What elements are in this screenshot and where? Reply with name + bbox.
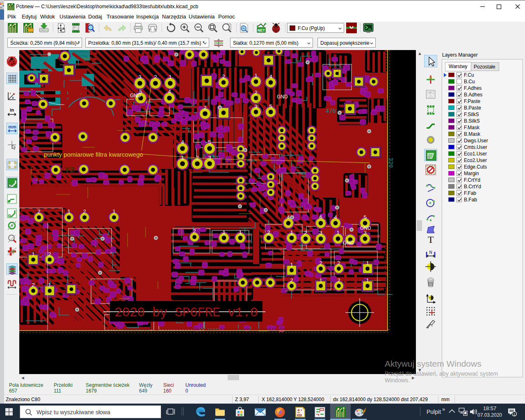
svg-text:1: 1 [336, 230, 339, 236]
svg-text:2: 2 [290, 277, 293, 283]
svg-text:2: 2 [319, 260, 322, 266]
svg-text:1: 1 [67, 208, 70, 215]
svg-text:1: 1 [222, 229, 225, 235]
svg-text:2: 2 [37, 208, 40, 215]
svg-text:in: in [10, 107, 14, 112]
svg-text:4: 4 [269, 73, 272, 80]
svg-text:2: 2 [203, 105, 206, 111]
svg-text:2: 2 [222, 73, 225, 80]
svg-text:6: 6 [319, 214, 322, 220]
svg-text:θ: θ [12, 96, 14, 100]
svg-text:GND: GND [343, 240, 354, 246]
svg-text:1: 1 [48, 282, 51, 288]
svg-text:2: 2 [304, 230, 307, 236]
svg-text:1: 1 [513, 412, 515, 416]
svg-text:3: 3 [254, 103, 257, 110]
svg-text:1: 1 [319, 277, 322, 283]
svg-text:4: 4 [287, 214, 290, 220]
svg-text:2: 2 [267, 229, 270, 235]
svg-text:N: N [429, 250, 432, 255]
svg-text:5: 5 [208, 139, 211, 145]
svg-text:r: r [10, 91, 11, 95]
svg-text:1: 1 [254, 73, 257, 79]
svg-text:470: 470 [326, 108, 336, 114]
svg-text:NET: NET [258, 28, 265, 32]
svg-text:mm: mm [8, 124, 16, 129]
svg-text:2: 2 [83, 208, 86, 215]
svg-text:2: 2 [32, 282, 34, 288]
svg-text:2: 2 [254, 89, 257, 96]
svg-text:2: 2 [193, 228, 196, 234]
svg-text:GND: GND [130, 93, 141, 98]
svg-text:1: 1 [181, 155, 184, 161]
svg-text:320: 320 [387, 158, 394, 168]
svg-text:4: 4 [168, 89, 171, 95]
svg-text:3: 3 [319, 230, 322, 236]
svg-text:punkty pomiarowe filtra kwarco: punkty pomiarowe filtra kwarcowego [44, 151, 143, 158]
svg-text:3: 3 [138, 74, 141, 80]
svg-text:2: 2 [337, 277, 340, 283]
svg-text:1: 1 [366, 277, 369, 283]
svg-text:4: 4 [181, 139, 184, 145]
svg-text:GND: GND [277, 94, 288, 100]
svg-text:Y2: Y2 [65, 165, 75, 175]
svg-text:1: 1 [169, 74, 171, 80]
svg-text:5: 5 [363, 214, 366, 220]
svg-text:1: 1 [290, 262, 293, 268]
svg-text:1: 1 [239, 229, 242, 235]
svg-text:2: 2 [154, 74, 157, 80]
svg-text:T: T [428, 234, 434, 245]
svg-text:GND: GND [360, 225, 371, 231]
svg-text:4: 4 [334, 214, 337, 220]
svg-text:2: 2 [48, 251, 51, 257]
svg-text:1: 1 [32, 251, 34, 257]
svg-text:3: 3 [208, 155, 211, 161]
svg-text:2: 2 [337, 260, 340, 266]
svg-text:1: 1 [290, 229, 293, 235]
svg-text:2020 by SP6FRE v1.0: 2020 by SP6FRE v1.0 [114, 305, 258, 320]
svg-text:1: 1 [366, 260, 369, 266]
svg-text:5: 5 [269, 103, 272, 110]
svg-text:1: 1 [112, 208, 115, 215]
